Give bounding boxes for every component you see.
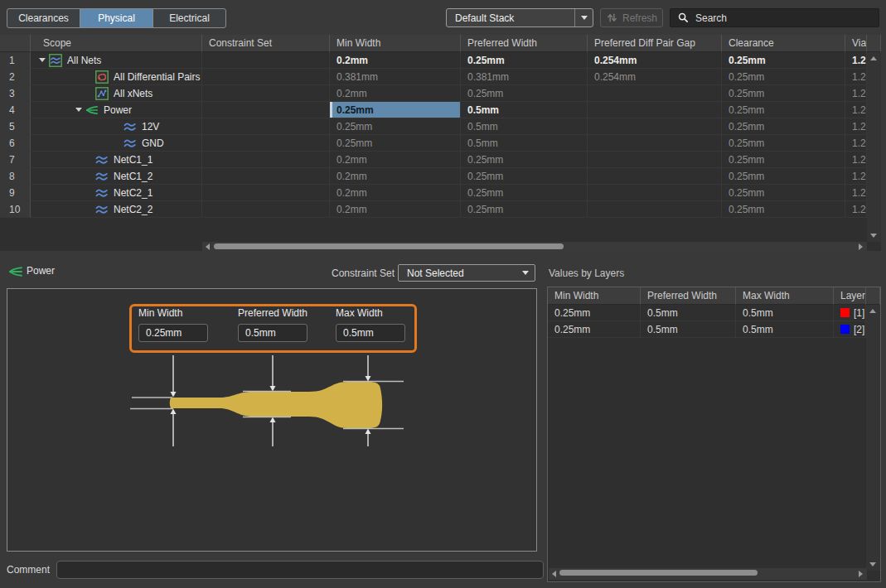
cell-constraint-set[interactable] [202, 185, 330, 201]
cell-preferred-width[interactable]: 0.25mm [461, 201, 588, 218]
layer-cell-max-width[interactable]: 0.5mm [736, 305, 834, 321]
comment-input[interactable] [56, 561, 544, 579]
scroll-left-arrow-icon[interactable] [206, 243, 210, 250]
cell-via[interactable]: 1.2 [845, 152, 867, 168]
row-number[interactable]: 4 [0, 102, 31, 118]
cell-clearance[interactable]: 0.25mm [722, 135, 845, 152]
cell-constraint-set[interactable] [202, 52, 330, 69]
scroll-right-arrow-icon[interactable] [859, 571, 863, 577]
cell-preferred-width[interactable]: 0.25mm [461, 168, 588, 185]
cell-diff-pair-gap[interactable] [588, 135, 722, 152]
cell-clearance[interactable]: 0.25mm [722, 69, 845, 85]
cell-scope[interactable]: NetC1_1 [31, 152, 202, 168]
layers-column-header-layer[interactable]: Layer [834, 287, 866, 305]
scroll-thumb[interactable] [559, 570, 758, 576]
cell-preferred-width[interactable]: 0.5mm [461, 135, 588, 152]
row-number[interactable]: 5 [0, 118, 31, 135]
cell-constraint-set[interactable] [202, 201, 330, 218]
cell-scope[interactable]: All Nets [31, 52, 202, 69]
layers-column-header-max-width[interactable]: Max Width [736, 287, 834, 305]
layer-cell-layer[interactable]: [1] [834, 305, 866, 321]
cell-min-width[interactable]: 0.25mm [330, 102, 461, 118]
cell-preferred-width[interactable]: 0.25mm [461, 185, 588, 201]
cell-min-width[interactable]: 0.2mm [330, 185, 461, 201]
cell-diff-pair-gap[interactable]: 0.254mm [588, 52, 722, 69]
cell-clearance[interactable]: 0.25mm [722, 102, 845, 118]
tab-physical[interactable]: Physical [80, 8, 153, 28]
cell-via[interactable]: 1.2 [845, 201, 867, 218]
cell-scope[interactable]: NetC1_2 [31, 168, 202, 185]
row-number[interactable]: 3 [0, 85, 31, 102]
cell-scope[interactable]: Power [31, 102, 202, 118]
preferred-width-input[interactable] [238, 324, 307, 342]
row-number[interactable]: 9 [0, 185, 31, 201]
cell-diff-pair-gap[interactable] [588, 152, 722, 168]
layer-cell-preferred-width[interactable]: 0.5mm [641, 321, 736, 338]
scroll-thumb[interactable] [214, 243, 564, 249]
column-header-min-width[interactable]: Min Width [330, 35, 461, 52]
cell-scope[interactable]: NetC2_2 [31, 201, 202, 218]
cell-constraint-set[interactable] [202, 168, 330, 185]
layer-cell-preferred-width[interactable]: 0.5mm [641, 305, 736, 321]
cell-constraint-set[interactable] [202, 102, 330, 118]
max-width-input[interactable] [336, 324, 405, 342]
column-header-constraint-set[interactable]: Constraint Set [202, 35, 330, 52]
cell-diff-pair-gap[interactable]: 0.254mm [588, 69, 722, 85]
scroll-right-arrow-icon[interactable] [859, 243, 863, 250]
cell-clearance[interactable]: 0.25mm [722, 168, 845, 185]
scroll-down-arrow-icon[interactable] [869, 562, 876, 566]
layers-column-header-preferred-width[interactable]: Preferred Width [641, 287, 736, 305]
cell-diff-pair-gap[interactable] [588, 118, 722, 135]
dropdown-button[interactable] [516, 265, 535, 281]
constraint-set-dropdown[interactable]: Not Selected [398, 264, 535, 282]
dropdown-button[interactable] [574, 9, 593, 27]
scroll-left-arrow-icon[interactable] [552, 571, 556, 577]
column-header-preferred-width[interactable]: Preferred Width [461, 35, 588, 52]
cell-scope[interactable]: 12V [31, 118, 202, 135]
cell-via[interactable]: 1.2 [845, 168, 867, 185]
row-number[interactable]: 10 [0, 201, 31, 218]
cell-preferred-width[interactable]: 0.25mm [461, 85, 588, 102]
layers-vertical-scrollbar[interactable] [866, 305, 880, 571]
min-width-input[interactable] [138, 324, 208, 342]
cell-constraint-set[interactable] [202, 152, 330, 168]
cell-diff-pair-gap[interactable] [588, 102, 722, 118]
column-header-scope[interactable]: Scope [31, 35, 202, 52]
expand-arrow-icon[interactable] [75, 105, 85, 115]
layers-horizontal-scrollbar[interactable] [549, 568, 867, 580]
cell-constraint-set[interactable] [202, 118, 330, 135]
column-header-via[interactable]: Via [845, 35, 867, 52]
cell-via[interactable]: 1.2 [845, 102, 867, 118]
layer-cell-layer[interactable]: [2] [834, 321, 866, 338]
layer-cell-min-width[interactable]: 0.25mm [548, 321, 641, 338]
scroll-up-arrow-icon[interactable] [869, 309, 876, 313]
cell-clearance[interactable]: 0.25mm [722, 118, 845, 135]
grid-vertical-scrollbar[interactable] [867, 52, 881, 242]
scroll-down-arrow-icon[interactable] [870, 234, 877, 238]
refresh-button[interactable]: Refresh [600, 8, 663, 27]
cell-diff-pair-gap[interactable] [588, 85, 722, 102]
search-input[interactable] [695, 12, 853, 24]
cell-min-width[interactable]: 0.2mm [330, 152, 461, 168]
tab-clearances[interactable]: Clearances [7, 8, 80, 28]
cell-min-width[interactable]: 0.381mm [330, 69, 461, 85]
layer-cell-max-width[interactable]: 0.5mm [736, 321, 834, 338]
row-number[interactable]: 1 [0, 52, 31, 69]
cell-via[interactable]: 1.2 [845, 185, 867, 201]
cell-min-width[interactable]: 0.25mm [330, 135, 461, 152]
cell-via[interactable]: 1.2 [845, 118, 867, 135]
cell-scope[interactable]: All xNets [31, 85, 202, 102]
cell-diff-pair-gap[interactable] [588, 185, 722, 201]
tab-electrical[interactable]: Electrical [153, 8, 226, 28]
cell-constraint-set[interactable] [202, 69, 330, 85]
cell-preferred-width[interactable]: 0.25mm [461, 52, 588, 69]
cell-preferred-width[interactable]: 0.5mm [461, 102, 588, 118]
cell-via[interactable]: 1.2 [845, 69, 867, 85]
cell-via[interactable]: 1.2 [845, 52, 867, 69]
cell-scope[interactable]: GND [31, 135, 202, 152]
cell-constraint-set[interactable] [202, 85, 330, 102]
cell-clearance[interactable]: 0.25mm [722, 152, 845, 168]
scroll-up-arrow-icon[interactable] [870, 56, 877, 60]
cell-min-width[interactable]: 0.25mm [330, 118, 461, 135]
cell-clearance[interactable]: 0.25mm [722, 52, 845, 69]
